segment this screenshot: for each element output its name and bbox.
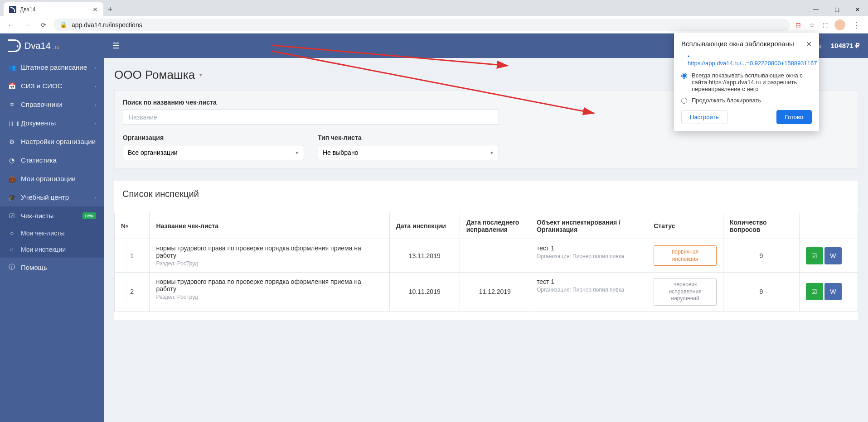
sidebar-item-7[interactable]: 🎓 Учебный центр › bbox=[0, 188, 104, 206]
info-icon: ⓘ bbox=[8, 263, 15, 271]
check-icon: ☑ bbox=[8, 212, 15, 220]
grad-icon: 🎓 bbox=[8, 194, 15, 201]
menu-icon[interactable]: ⋮ bbox=[850, 20, 863, 30]
cell-status: черновик исправления нарушений bbox=[647, 273, 723, 312]
edit-button[interactable]: ☑ bbox=[806, 283, 823, 300]
popup-blocked-icon[interactable]: ⊟ bbox=[794, 20, 803, 29]
sidebar-item-3[interactable]: ⫼⫼ Документы › bbox=[0, 114, 104, 132]
org-select-value: Все организации bbox=[128, 149, 178, 156]
window-controls: — ▢ ✕ bbox=[805, 2, 868, 17]
sidebar-item-0[interactable]: 👥 Штатное расписание › bbox=[0, 58, 104, 77]
sidebar-item-help[interactable]: ⓘ Помощь bbox=[0, 258, 104, 277]
reload-button[interactable]: ⟳ bbox=[37, 19, 50, 31]
sidebar-item-label: Статистика bbox=[21, 156, 57, 164]
edit-button[interactable]: ☑ bbox=[806, 247, 823, 264]
briefcase-icon: 💼 bbox=[8, 175, 15, 182]
cell-num: 2 bbox=[115, 273, 150, 312]
new-badge: new bbox=[82, 212, 96, 219]
inspections-table: № Название чек-листа Дата инспекции Дата… bbox=[114, 213, 858, 312]
cell-status: первичная инспекция bbox=[647, 239, 723, 273]
sidebar-item-label: Мои организации bbox=[21, 175, 76, 182]
settings-button[interactable]: Настроить bbox=[681, 110, 727, 124]
table-row: 1 нормы трудового права по проверке поря… bbox=[115, 239, 858, 273]
table-row: 2 нормы трудового права по проверке поря… bbox=[115, 273, 858, 312]
col-status: Статус bbox=[647, 213, 723, 239]
maximize-button[interactable]: ▢ bbox=[826, 2, 847, 17]
chevron-down-icon: ▼ bbox=[490, 150, 494, 155]
url-text: app.dva14.ru/inspections bbox=[72, 21, 142, 29]
sidebar-subitem-0[interactable]: ○Мои чек-листы bbox=[0, 225, 104, 241]
popup-blocked-link[interactable]: • https://app.dva14.ru/...=0.92220800+15… bbox=[688, 53, 812, 67]
new-tab-button[interactable]: + bbox=[103, 5, 117, 14]
sidebar-item-label: Настройки организации bbox=[21, 138, 96, 145]
sidebar-subitem-1[interactable]: ○Мои инспекции bbox=[0, 241, 104, 258]
type-filter-label: Тип чек-листа bbox=[318, 134, 499, 141]
cell-num: 1 bbox=[115, 239, 150, 273]
sidebar-item-2[interactable]: ≡ Справочники › bbox=[0, 95, 104, 114]
chevron-right-icon: › bbox=[94, 102, 96, 107]
minimize-button[interactable]: — bbox=[805, 2, 826, 17]
tab-bar: Два14 ✕ + — ▢ ✕ bbox=[0, 0, 868, 16]
sidebar-item-5[interactable]: ◔ Статистика bbox=[0, 151, 104, 169]
org-filter-label: Организация bbox=[123, 134, 304, 141]
status-badge: черновик исправления нарушений bbox=[654, 278, 717, 306]
export-word-button[interactable]: W bbox=[824, 247, 842, 264]
sidebar-item-label: Штатное расписание bbox=[21, 63, 87, 71]
done-button[interactable]: Готово bbox=[776, 110, 812, 124]
sidebar-item-label: Помощь bbox=[21, 264, 47, 271]
cell-section: Раздел: РосТруд bbox=[156, 294, 383, 300]
col-date: Дата инспекции bbox=[389, 213, 460, 239]
extension-icon[interactable]: ⬚ bbox=[821, 20, 830, 29]
pie-icon: ◔ bbox=[8, 157, 15, 164]
radio-allow[interactable] bbox=[681, 73, 687, 79]
cell-actions: ☑W bbox=[799, 239, 858, 273]
calendar-icon: 📅 bbox=[8, 82, 15, 90]
sidebar-item-label: Мои инспекции bbox=[21, 246, 66, 253]
status-badge: первичная инспекция bbox=[654, 245, 717, 266]
hamburger-icon[interactable]: ☰ bbox=[112, 41, 120, 51]
back-button[interactable]: ← bbox=[5, 19, 17, 31]
tab-title: Два14 bbox=[20, 6, 89, 13]
cell-actions: ☑W bbox=[799, 273, 858, 312]
profile-avatar[interactable] bbox=[834, 19, 845, 30]
cell-qty: 9 bbox=[723, 273, 800, 312]
url-field[interactable]: 🔒 app.dva14.ru/inspections bbox=[53, 19, 790, 31]
type-select[interactable]: Не выбрано ▼ bbox=[318, 145, 499, 160]
sidebar-item-8[interactable]: ☑ Чек-листы new bbox=[0, 206, 104, 225]
close-window-button[interactable]: ✕ bbox=[847, 2, 868, 17]
cell-org: Организация: Пионер попил пивка bbox=[537, 253, 640, 259]
popup-option-block[interactable]: Продолжать блокировать bbox=[681, 97, 812, 104]
tab-close-icon[interactable]: ✕ bbox=[92, 6, 98, 13]
chevron-down-icon: ▾ bbox=[199, 72, 202, 78]
address-bar: ← → ⟳ 🔒 app.dva14.ru/inspections ⊟ ☆ ⬚ ⋮ bbox=[0, 16, 868, 34]
sidebar: Dva14 .ru 👥 Штатное расписание ›📅 СИЗ и … bbox=[0, 34, 104, 422]
circle-icon: ○ bbox=[8, 246, 15, 253]
cell-qty: 9 bbox=[723, 239, 800, 273]
sidebar-item-6[interactable]: 💼 Мои организации bbox=[0, 169, 104, 188]
chevron-down-icon: ▼ bbox=[295, 150, 299, 155]
search-input[interactable] bbox=[123, 110, 499, 125]
logo-text: Dva14 .ru bbox=[24, 41, 59, 51]
popup-title: Всплывающие окна заблокированы bbox=[681, 40, 794, 48]
sidebar-item-4[interactable]: ⚙ Настройки организации bbox=[0, 132, 104, 151]
close-icon[interactable]: ✕ bbox=[806, 40, 812, 48]
export-word-button[interactable]: W bbox=[824, 283, 842, 300]
bookmark-icon[interactable]: ☆ bbox=[807, 20, 816, 29]
col-qty: Количество вопросов bbox=[723, 213, 800, 239]
radio-block[interactable] bbox=[681, 98, 687, 104]
chevron-right-icon: › bbox=[94, 195, 96, 200]
col-num: № bbox=[115, 213, 150, 239]
logo[interactable]: Dva14 .ru bbox=[0, 34, 104, 58]
chevron-right-icon: › bbox=[94, 83, 96, 89]
gear-icon: ⚙ bbox=[8, 138, 15, 145]
browser-tab[interactable]: Два14 ✕ bbox=[4, 2, 103, 17]
sidebar-item-1[interactable]: 📅 СИЗ и СИОС › bbox=[0, 77, 104, 95]
cell-date: 10.11.2019 bbox=[389, 273, 460, 312]
sidebar-item-label: СИЗ и СИОС bbox=[21, 82, 63, 90]
table-header-row: № Название чек-листа Дата инспекции Дата… bbox=[115, 213, 858, 239]
popup-option-allow[interactable]: Всегда показывать всплывающие окна с сай… bbox=[681, 72, 812, 92]
org-select[interactable]: Все организации ▼ bbox=[123, 145, 304, 160]
col-actions bbox=[799, 213, 858, 239]
forward-button[interactable]: → bbox=[21, 19, 34, 31]
cell-object: тест 1Организация: Пионер попил пивка bbox=[530, 273, 647, 312]
